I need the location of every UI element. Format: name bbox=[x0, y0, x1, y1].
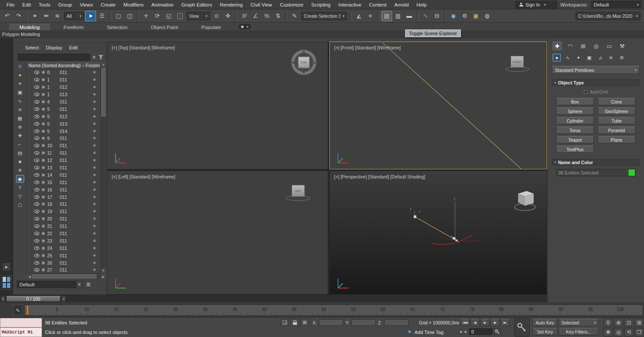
mirror-icon[interactable]: ◭ bbox=[354, 11, 364, 21]
frozen-icon[interactable]: ❄ bbox=[93, 239, 100, 243]
viewport-label[interactable]: [+] [Perspective] [Standard] [Default Sh… bbox=[334, 174, 425, 179]
menu-rendering[interactable]: Rendering bbox=[216, 1, 247, 8]
scene-explorer-row[interactable]: 19011❄ bbox=[27, 208, 100, 215]
material-editor-icon[interactable]: ◉ bbox=[448, 11, 459, 21]
ribbon-config-icon[interactable]: ▾ bbox=[238, 24, 251, 29]
macro-recorder-pane[interactable] bbox=[0, 318, 42, 327]
viewcube-mini[interactable]: FRONT bbox=[504, 56, 530, 72]
unlink-selection-icon[interactable]: ⚮ bbox=[41, 11, 52, 21]
explorer-pick-icon[interactable]: ⊙ bbox=[16, 62, 24, 70]
viewport-front[interactable]: [+] [Front] [Standard] [Wireframe] FRONT bbox=[329, 42, 547, 169]
toggle-scene-explorer-icon[interactable]: ▤ bbox=[381, 11, 392, 21]
sign-in-button[interactable]: Sign In ▾ bbox=[515, 1, 557, 9]
render-dot-icon[interactable] bbox=[42, 71, 45, 74]
scene-explorer-row[interactable]: 5014❄ bbox=[27, 127, 100, 135]
visibility-eye-icon[interactable] bbox=[34, 239, 39, 243]
chevron-down-icon[interactable]: ▾ bbox=[76, 281, 82, 288]
scene-explorer-row[interactable]: 13011❄ bbox=[27, 164, 100, 172]
z-coordinate-field[interactable] bbox=[384, 319, 409, 326]
viewcube-3d[interactable] bbox=[512, 188, 537, 212]
object-type-button-box[interactable]: Box bbox=[556, 98, 594, 105]
toggle-layer-explorer-icon[interactable]: ▥ bbox=[393, 11, 403, 21]
auto-key-button[interactable]: Auto Key bbox=[532, 319, 557, 326]
curve-editor-icon[interactable]: ∿ bbox=[420, 11, 431, 21]
object-type-button-sphere[interactable]: Sphere bbox=[556, 107, 594, 115]
menu-group[interactable]: Group bbox=[54, 1, 76, 8]
go-to-end-button[interactable]: ▶| bbox=[500, 319, 509, 326]
snaps-toggle-icon[interactable]: 3² bbox=[239, 11, 250, 21]
frozen-icon[interactable]: ❄ bbox=[93, 151, 100, 155]
previous-frame-icon[interactable]: < bbox=[0, 295, 6, 302]
menu-animation[interactable]: Animation bbox=[148, 1, 177, 8]
track-bar[interactable]: 5101520253035404550556065707580859095100 bbox=[24, 305, 643, 316]
ribbon-tab-modeling[interactable]: Modeling bbox=[10, 24, 50, 30]
frozen-icon[interactable]: ❄ bbox=[93, 78, 100, 82]
menu-civil-view[interactable]: Civil View bbox=[247, 1, 276, 8]
frozen-icon[interactable]: ❄ bbox=[93, 165, 100, 170]
explorer-layers-icon[interactable]: ≣ bbox=[86, 281, 91, 288]
horizontal-scrollbar[interactable]: ◀ ▶ bbox=[27, 273, 106, 279]
viewcube-face[interactable]: LEFT bbox=[292, 185, 305, 197]
menu-graph-editors[interactable]: Graph Editors bbox=[177, 1, 216, 8]
current-frame-marker[interactable] bbox=[26, 305, 29, 315]
transform-snap-icon[interactable]: ⊞ bbox=[300, 319, 309, 326]
menu-scripting[interactable]: Scripting bbox=[307, 1, 335, 8]
frozen-icon[interactable]: ❄ bbox=[93, 246, 100, 250]
scene-explorer-row[interactable]: 17011❄ bbox=[27, 193, 100, 201]
render-dot-icon[interactable] bbox=[42, 217, 45, 220]
select-and-move-icon[interactable]: ✛ bbox=[141, 11, 151, 21]
frame-forward-icon[interactable]: ▶ bbox=[464, 330, 468, 334]
render-dot-icon[interactable] bbox=[42, 115, 45, 118]
utilities-tab[interactable]: ⚒ bbox=[618, 42, 627, 50]
frozen-icon[interactable]: ❄ bbox=[93, 143, 100, 148]
render-dot-icon[interactable] bbox=[42, 130, 45, 133]
angle-snap-toggle-icon[interactable]: ∠ bbox=[250, 11, 261, 21]
scene-explorer-row[interactable]: 5011❄ bbox=[27, 105, 100, 113]
compass-east[interactable]: E bbox=[314, 61, 316, 65]
render-dot-icon[interactable] bbox=[42, 93, 45, 96]
object-type-rollout-header[interactable]: ▾ Object Type bbox=[552, 79, 640, 86]
visibility-eye-icon[interactable] bbox=[34, 144, 39, 147]
frame-back-icon[interactable]: ◀ bbox=[459, 330, 463, 334]
shapes-category[interactable]: ∿ bbox=[564, 54, 572, 62]
visibility-eye-icon[interactable] bbox=[34, 122, 39, 126]
visibility-eye-icon[interactable] bbox=[34, 195, 39, 199]
frozen-icon[interactable]: ❄ bbox=[93, 202, 100, 206]
undo-icon[interactable]: ↶ bbox=[2, 11, 13, 21]
render-dot-icon[interactable] bbox=[42, 246, 45, 250]
zoom-extents-icon[interactable]: ⊡ bbox=[624, 318, 634, 327]
x-coordinate-field[interactable] bbox=[319, 319, 343, 326]
visibility-eye-icon[interactable] bbox=[34, 181, 39, 184]
rendered-frame-window-icon[interactable]: ▣ bbox=[470, 11, 481, 21]
column-header-frozen[interactable]: Frozen bbox=[84, 62, 100, 68]
zoom-all-icon[interactable]: ⊕ bbox=[614, 318, 623, 327]
menu-select[interactable]: Select bbox=[25, 45, 39, 50]
maximize-viewport-icon[interactable]: ❒ bbox=[634, 328, 644, 337]
display-bones-icon[interactable]: ⌐ bbox=[16, 140, 24, 148]
viewport-perspective[interactable]: [+] [Perspective] [Standard] [Default Sh… bbox=[329, 171, 547, 295]
visibility-eye-icon[interactable] bbox=[34, 254, 39, 257]
object-color-swatch[interactable] bbox=[628, 169, 635, 176]
current-frame-input[interactable] bbox=[469, 328, 493, 335]
toggle-ribbon-icon[interactable]: ▬ bbox=[404, 11, 415, 21]
compass-south[interactable]: S bbox=[303, 71, 305, 75]
space-warps-category[interactable]: ≋ bbox=[607, 54, 615, 62]
window-crossing-icon[interactable]: ◫ bbox=[124, 11, 135, 21]
visibility-eye-icon[interactable] bbox=[34, 224, 39, 228]
lights-category[interactable]: ✦ bbox=[574, 54, 583, 62]
visibility-eye-icon[interactable] bbox=[34, 188, 39, 191]
render-dot-icon[interactable] bbox=[42, 85, 45, 89]
scrollbar-track[interactable] bbox=[101, 67, 106, 268]
time-slider-handle[interactable]: 0 / 100 bbox=[6, 295, 61, 302]
scene-explorer-row[interactable]: 5012❄ bbox=[27, 113, 100, 120]
workspaces-dropdown[interactable]: Default ▾ bbox=[591, 1, 641, 8]
previous-frame-button[interactable]: ◀| bbox=[470, 319, 480, 326]
frozen-icon[interactable]: ❄ bbox=[93, 70, 100, 75]
search-input[interactable] bbox=[18, 54, 90, 61]
hierarchy-tab[interactable]: ⊞ bbox=[579, 42, 588, 50]
display-helpers-icon[interactable]: ✚ bbox=[16, 132, 24, 139]
object-type-button-textplus[interactable]: TextPlus bbox=[556, 146, 594, 153]
compass-north[interactable]: N bbox=[303, 50, 305, 54]
scene-explorer-row[interactable]: 26011❄ bbox=[27, 259, 100, 266]
scene-explorer-row[interactable]: 15011❄ bbox=[27, 178, 100, 186]
